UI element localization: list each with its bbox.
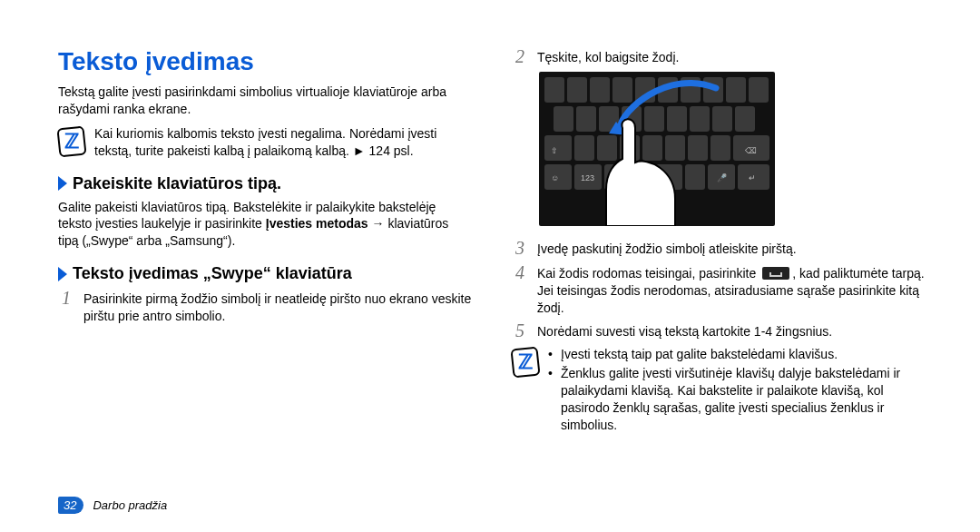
svg-text:⌫: ⌫ [745, 146, 757, 155]
svg-text:123: 123 [581, 173, 594, 182]
left-column: Teksto įvedimas Tekstą galite įvesti pas… [58, 47, 472, 448]
note-box-2: ℤ Įvesti tekstą taip pat galite bakstelė… [512, 346, 926, 435]
svg-rect-11 [554, 106, 573, 132]
step-number: 5 [512, 321, 528, 340]
step-3: 3 Įvedę paskutinį žodžio simbolį atleisk… [512, 239, 926, 258]
svg-text:⇧: ⇧ [551, 146, 558, 155]
subhead-swype-label: Teksto įvedimas „Swype“ klaviatūra [73, 264, 352, 283]
right-column: 2 Tęskite, kol baigsite žodį. ⇧ ⌫ ☺ [512, 47, 926, 448]
svg-text:🎤: 🎤 [717, 172, 728, 183]
note-icon: ℤ [510, 347, 540, 379]
step-number: 1 [58, 289, 74, 307]
chevron-icon [58, 267, 67, 281]
step-number: 4 [512, 263, 528, 281]
svg-rect-2 [567, 77, 587, 103]
step-3-text: Įvedę paskutinį žodžio simbolį atleiskit… [537, 239, 926, 258]
note-bullets: Įvesti tekstą taip pat galite bakstelėda… [548, 346, 926, 435]
svg-rect-10 [749, 77, 769, 103]
step-2-text: Tęskite, kol baigsite žodį. [537, 47, 926, 66]
section-name: Darbo pradžia [93, 498, 167, 512]
svg-text:☺: ☺ [551, 173, 559, 182]
svg-rect-17 [690, 106, 710, 132]
page-title: Teksto įvedimas [58, 47, 472, 76]
svg-rect-22 [597, 135, 617, 161]
note-text-1: Kai kuriomis kalbomis teksto įvesti nega… [94, 125, 472, 160]
page-footer: 32 Darbo pradžia [58, 497, 167, 514]
svg-rect-26 [688, 135, 708, 161]
svg-rect-9 [726, 77, 746, 103]
note-icon: ℤ [56, 125, 86, 157]
swype-keyboard-illustration: ⇧ ⌫ ☺ 123 🎤 ↵ [539, 72, 775, 226]
svg-rect-18 [712, 106, 732, 132]
note-box-1: ℤ Kai kuriomis kalbomis teksto įvesti ne… [58, 125, 472, 160]
subhead1-body: Galite pakeisti klaviatūros tipą. Bakste… [58, 199, 472, 251]
svg-rect-19 [735, 106, 755, 132]
step-number: 2 [512, 47, 528, 65]
svg-rect-12 [576, 106, 596, 132]
page-number: 32 [58, 497, 83, 514]
svg-rect-27 [710, 135, 730, 161]
step-4: 4 Kai žodis rodomas teisingai, pasirinki… [512, 263, 926, 317]
svg-rect-4 [612, 77, 632, 103]
intro-paragraph: Tekstą galite įvesti pasirinkdami simbol… [58, 84, 472, 118]
subhead-swype: Teksto įvedimas „Swype“ klaviatūra [58, 264, 472, 283]
step-1: 1 Pasirinkite pirmą žodžio simbolį ir ne… [58, 289, 472, 325]
svg-text:↵: ↵ [749, 173, 756, 182]
note-bullet-1: Įvesti tekstą taip pat galite bakstelėda… [548, 346, 926, 363]
step-1-text: Pasirinkite pirmą žodžio simbolį ir neat… [83, 289, 472, 325]
step-4-text-a: Kai žodis rodomas teisingai, pasirinkite [537, 266, 760, 281]
step-2: 2 Tęskite, kol baigsite žodį. [512, 47, 926, 66]
svg-rect-25 [665, 135, 685, 161]
step-number: 3 [512, 239, 528, 257]
subhead-change-keyboard: Pakeiskite klaviatūros tipą. [58, 174, 472, 193]
step-5-text: Norėdami suvesti visą tekstą kartokite 1… [537, 321, 926, 340]
step-4-text: Kai žodis rodomas teisingai, pasirinkite… [537, 263, 926, 317]
svg-rect-15 [644, 106, 664, 132]
svg-rect-24 [642, 135, 662, 161]
svg-rect-32 [685, 164, 705, 190]
step-5: 5 Norėdami suvesti visą tekstą kartokite… [512, 321, 926, 340]
svg-rect-1 [544, 77, 564, 103]
svg-rect-16 [667, 106, 687, 132]
subhead-change-keyboard-label: Pakeiskite klaviatūros tipą. [73, 174, 281, 193]
svg-rect-20 [544, 135, 572, 161]
chevron-icon [58, 176, 67, 191]
note-bullet-2: Ženklus galite įvesti viršutinėje klaviš… [548, 365, 926, 434]
spacebar-icon [762, 267, 789, 280]
svg-rect-3 [590, 77, 610, 103]
svg-rect-21 [574, 135, 594, 161]
input-method-bold: Įvesties metodas [266, 216, 368, 231]
